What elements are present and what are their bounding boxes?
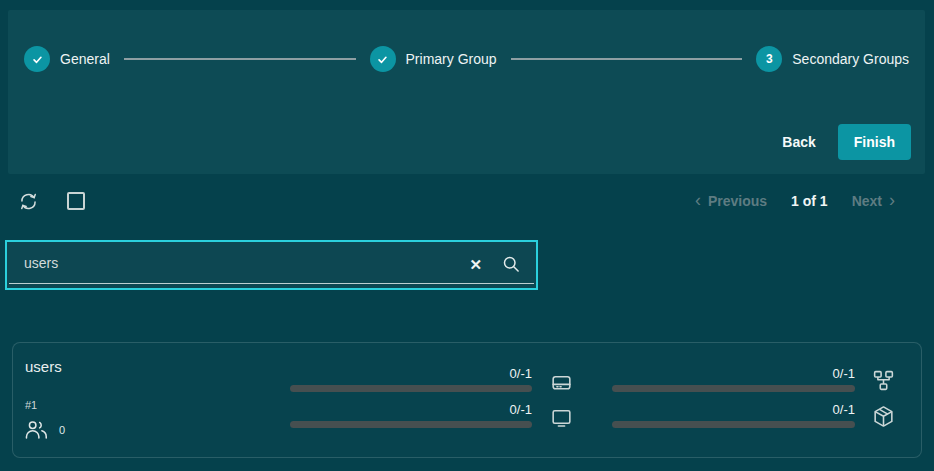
pagination: ‹ Previous 1 of 1 Next › (695, 192, 895, 210)
search-input[interactable] (7, 242, 459, 288)
meter-label: 0/-1 (612, 366, 855, 382)
meter-track (612, 421, 855, 428)
input-underline (9, 283, 534, 284)
meter-desktop: 0/-1 (290, 402, 532, 428)
group-name: users (25, 358, 62, 375)
check-icon (24, 46, 50, 72)
check-icon (370, 46, 396, 72)
meter-host: 0/-1 (290, 366, 532, 392)
meter-label: 0/-1 (290, 366, 532, 382)
list-toolbar: ‹ Previous 1 of 1 Next › (18, 186, 895, 216)
wizard-actions: Back Finish (778, 124, 911, 160)
previous-label: Previous (708, 193, 767, 209)
step-primary-group[interactable]: Primary Group (370, 46, 497, 72)
step-connector (124, 58, 356, 60)
monitor-icon (549, 405, 574, 430)
search-icon (501, 254, 521, 274)
step-label: Secondary Groups (792, 51, 909, 67)
page-status: 1 of 1 (791, 193, 828, 209)
step-secondary-groups[interactable]: 3 Secondary Groups (756, 46, 909, 72)
hierarchy-icon (871, 368, 896, 393)
server-icon (549, 370, 574, 395)
wizard-stepper: General Primary Group 3 Secondary Groups (8, 10, 925, 72)
meter-track (290, 385, 532, 392)
group-rank: #1 (25, 399, 37, 411)
refresh-icon (18, 191, 39, 212)
meter-network: 0/-1 (612, 366, 855, 392)
search-box: ✕ (5, 240, 538, 290)
refresh-button[interactable] (18, 191, 39, 212)
step-label: Primary Group (406, 51, 497, 67)
step-number-badge: 3 (756, 46, 782, 72)
member-count-value: 0 (59, 424, 65, 436)
step-connector (511, 58, 743, 60)
package-icon (871, 404, 896, 429)
meter-label: 0/-1 (612, 402, 855, 418)
meter-label: 0/-1 (290, 402, 532, 418)
wizard-panel: General Primary Group 3 Secondary Groups… (8, 10, 925, 174)
next-button[interactable]: Next › (852, 192, 895, 210)
clear-search-icon[interactable]: ✕ (459, 257, 492, 274)
chevron-right-icon: › (889, 191, 895, 209)
back-button[interactable]: Back (778, 126, 819, 158)
page: General Primary Group 3 Secondary Groups… (0, 0, 934, 471)
previous-button[interactable]: ‹ Previous (695, 192, 767, 210)
chevron-left-icon: ‹ (695, 191, 701, 209)
meter-track (290, 421, 532, 428)
step-general[interactable]: General (24, 46, 110, 72)
group-card[interactable]: users #1 0 0/-1 0/-1 0/-1 (12, 342, 922, 458)
finish-button[interactable]: Finish (838, 124, 911, 160)
meter-package: 0/-1 (612, 402, 855, 428)
select-all-checkbox[interactable] (67, 192, 85, 210)
step-label: General (60, 51, 110, 67)
checkbox-blank-icon (67, 192, 85, 210)
member-count: 0 (23, 419, 65, 440)
meter-track (612, 385, 855, 392)
search-submit-button[interactable] (492, 254, 536, 276)
users-icon (23, 419, 50, 440)
next-label: Next (852, 193, 882, 209)
